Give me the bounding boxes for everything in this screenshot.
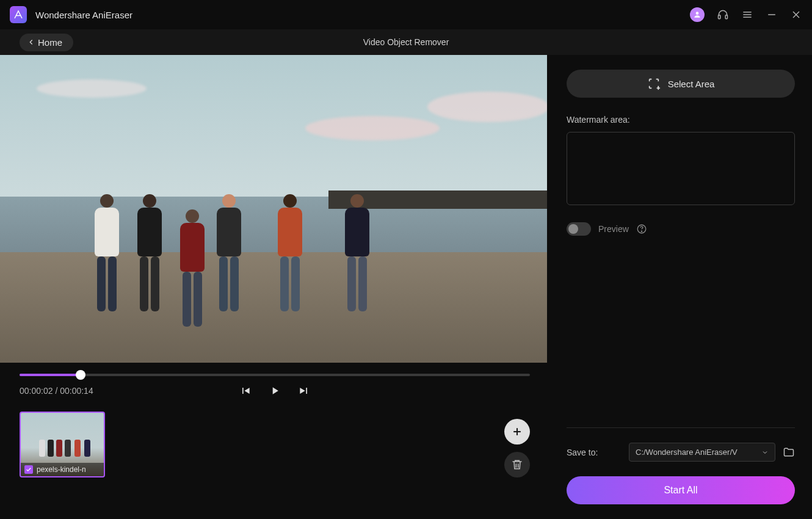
video-preview[interactable] bbox=[0, 55, 547, 363]
chevron-down-icon bbox=[761, 449, 769, 456]
svg-rect-1 bbox=[719, 15, 720, 19]
close-button[interactable] bbox=[790, 9, 802, 21]
svg-point-14 bbox=[641, 231, 642, 231]
time-display: 00:00:02 / 00:00:14 bbox=[20, 386, 93, 396]
thumbnail-filename: pexels-kindel-n bbox=[37, 465, 86, 474]
select-area-button[interactable]: Select Area bbox=[567, 70, 795, 98]
video-thumbnail[interactable]: pexels-kindel-n bbox=[20, 412, 105, 477]
app-logo bbox=[10, 6, 27, 23]
home-button[interactable]: Home bbox=[20, 34, 73, 51]
app-title: Wondershare AniEraser bbox=[35, 10, 132, 20]
browse-folder-button[interactable] bbox=[783, 446, 795, 459]
start-all-label: Start All bbox=[664, 485, 697, 495]
svg-rect-2 bbox=[725, 15, 727, 19]
headset-icon[interactable] bbox=[717, 9, 729, 21]
next-button[interactable] bbox=[298, 385, 310, 397]
play-button[interactable] bbox=[269, 385, 281, 397]
page-title: Video Object Remover bbox=[363, 37, 449, 47]
watermark-label: Watermark area: bbox=[567, 115, 795, 125]
right-panel: Select Area Watermark area: Preview Save… bbox=[549, 55, 812, 519]
avatar-icon[interactable] bbox=[690, 7, 705, 22]
start-all-button[interactable]: Start All bbox=[567, 476, 795, 504]
svg-point-0 bbox=[696, 12, 699, 15]
save-path-value: C:/Wondershare AniEraser/V bbox=[636, 448, 738, 457]
save-to-label: Save to: bbox=[567, 448, 622, 457]
watermark-area-box bbox=[567, 132, 795, 205]
preview-toggle[interactable] bbox=[567, 222, 591, 236]
help-icon[interactable] bbox=[636, 223, 647, 234]
titlebar: Wondershare AniEraser bbox=[0, 0, 812, 29]
add-video-button[interactable] bbox=[504, 419, 530, 445]
prev-button[interactable] bbox=[239, 385, 252, 397]
progress-slider[interactable] bbox=[20, 374, 530, 376]
subheader: Home Video Object Remover bbox=[0, 29, 812, 55]
home-label: Home bbox=[38, 37, 62, 48]
thumbnail-checkbox[interactable] bbox=[24, 465, 33, 474]
delete-video-button[interactable] bbox=[504, 452, 530, 477]
save-path-dropdown[interactable]: C:/Wondershare AniEraser/V bbox=[629, 443, 775, 462]
menu-icon[interactable] bbox=[741, 9, 753, 21]
select-area-icon bbox=[647, 77, 661, 90]
select-area-label: Select Area bbox=[668, 79, 715, 89]
minimize-button[interactable] bbox=[766, 9, 778, 21]
preview-label: Preview bbox=[598, 224, 629, 234]
left-panel: 00:00:02 / 00:00:14 bbox=[0, 55, 549, 519]
